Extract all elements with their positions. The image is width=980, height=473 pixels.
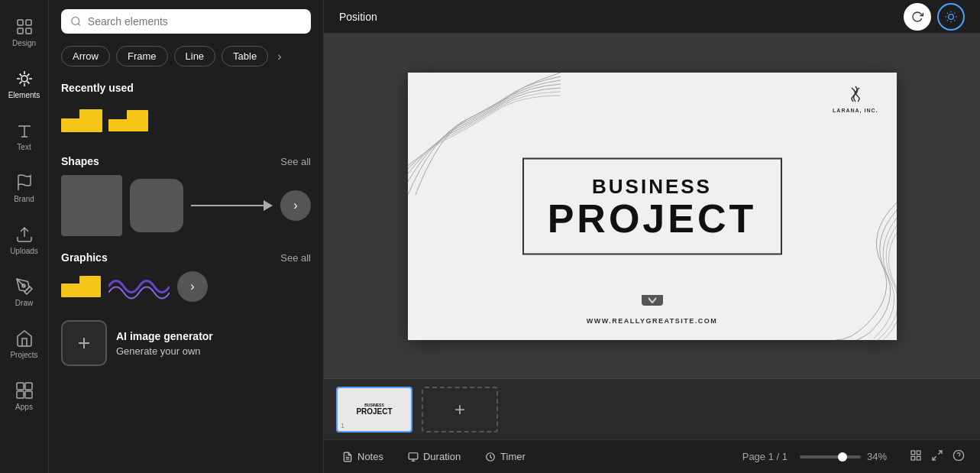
graphic-stair (61, 276, 101, 297)
brand-icon (15, 173, 34, 192)
timer-button[interactable]: Timer (479, 448, 532, 465)
svg-line-25 (938, 451, 942, 455)
zoom-percentage: 34% (867, 451, 894, 462)
recent-item-2[interactable] (108, 102, 148, 140)
canvas-area: LARANA, INC. BUSINESS PROJECT WWW.REALLY… (324, 34, 980, 378)
graphics-section: Graphics See all › (49, 245, 323, 311)
graphic-item-2[interactable] (108, 271, 170, 302)
help-button[interactable] (949, 446, 968, 468)
tag-frame[interactable]: Frame (116, 46, 168, 66)
svg-rect-11 (25, 391, 32, 398)
text-box: BUSINESS PROJECT (522, 157, 782, 254)
collapse-handle[interactable] (642, 295, 663, 306)
sidebar-item-elements[interactable]: Elements (0, 58, 49, 110)
sidebar-item-brand[interactable]: Brand (0, 162, 49, 214)
zoom-slider-thumb (838, 452, 847, 462)
text-business: BUSINESS (547, 174, 758, 198)
shape-line-arrow[interactable] (191, 200, 273, 211)
sidebar-item-design[interactable]: Design (0, 6, 49, 58)
sidebar-item-text[interactable]: Text (0, 110, 49, 162)
magic-button[interactable] (937, 3, 965, 31)
notes-icon (342, 452, 353, 462)
recently-used-title: Recently used (61, 82, 134, 94)
thumbnail-1[interactable]: BUSINESS PROJECT 1 (336, 387, 412, 433)
svg-point-16 (949, 14, 954, 19)
svg-rect-19 (409, 452, 418, 458)
duration-button[interactable]: Duration (402, 448, 467, 465)
tags-more-button[interactable]: › (274, 47, 284, 66)
svg-rect-9 (25, 383, 32, 390)
ai-gen-cta: Generate your own (116, 345, 213, 357)
tag-table[interactable]: Table (222, 46, 268, 66)
tag-arrow[interactable]: Arrow (61, 46, 110, 66)
svg-line-26 (933, 456, 936, 460)
svg-rect-23 (911, 456, 915, 460)
fullscreen-icon (931, 449, 943, 462)
upload-icon (15, 225, 34, 244)
svg-rect-3 (26, 28, 31, 34)
sidebar-label-apps: Apps (15, 403, 33, 411)
stair-bar-2 (79, 109, 102, 132)
sidebar-label-text: Text (17, 143, 31, 151)
fullscreen-button[interactable] (928, 446, 946, 468)
duration-icon (408, 452, 419, 462)
sidebar-item-draw[interactable]: Draw (0, 266, 49, 318)
sidebar-item-apps[interactable]: Apps (0, 370, 49, 422)
shape-arrow-head (264, 200, 273, 211)
svg-line-13 (78, 24, 80, 26)
graphics-see-all[interactable]: See all (280, 252, 311, 264)
zoom-slider[interactable] (800, 455, 861, 458)
elements-panel: Arrow Frame Line Table › Recently used (49, 0, 324, 473)
add-slide-button[interactable]: + (422, 387, 498, 433)
shape-line (191, 205, 264, 206)
duration-label: Duration (423, 451, 461, 462)
apps-icon (15, 381, 34, 400)
shape-square[interactable] (61, 175, 122, 236)
brand-logo-icon (844, 85, 867, 103)
wavy-graphic (108, 271, 170, 302)
graphic-item-1[interactable] (61, 276, 101, 297)
graphics-more-button[interactable]: › (177, 271, 208, 302)
plus-icon (75, 334, 93, 352)
svg-rect-2 (18, 28, 23, 34)
sidebar-item-uploads[interactable]: Uploads (0, 214, 49, 266)
ai-gen-info: AI image generator Generate your own (116, 330, 213, 357)
elements-icon (15, 70, 34, 88)
tag-line[interactable]: Line (174, 46, 216, 66)
graphics-row: › (61, 271, 311, 302)
website-text: WWW.REALLYGREATSITE.COM (587, 317, 718, 325)
recent-item-1[interactable] (61, 102, 102, 140)
magic-icon (945, 11, 957, 23)
notes-button[interactable]: Notes (336, 448, 390, 465)
notes-label: Notes (357, 451, 383, 462)
sidebar-label-design: Design (12, 39, 36, 47)
sidebar-item-projects[interactable]: Projects (0, 318, 49, 370)
recently-used-section: Recently used (49, 76, 323, 149)
shape-rounded-square[interactable] (130, 179, 183, 232)
search-input[interactable] (88, 15, 302, 28)
text-project: PROJECT (547, 198, 758, 238)
graphics-title: Graphics (61, 251, 108, 264)
main-area: Position (324, 0, 980, 473)
ai-gen-button[interactable] (61, 320, 107, 366)
zoom-control: 34% (800, 451, 894, 462)
shapes-section: Shapes See all › (49, 149, 323, 245)
top-bar-title: Position (339, 11, 377, 23)
svg-rect-21 (911, 451, 915, 455)
svg-rect-0 (18, 20, 23, 25)
grid-view-button[interactable] (907, 446, 925, 468)
stair-bar-4 (127, 110, 148, 131)
shapes-see-all[interactable]: See all (280, 156, 311, 167)
graphics-header: Graphics See all (61, 251, 311, 264)
brand-name: LARANA, INC. (833, 108, 878, 113)
shapes-header: Shapes See all (61, 155, 311, 167)
search-input-wrapper[interactable] (61, 9, 311, 34)
chevron-down-icon (648, 297, 657, 303)
shapes-more-button[interactable]: › (280, 190, 311, 221)
svg-point-4 (21, 76, 27, 82)
sidebar-label-projects: Projects (10, 351, 37, 359)
refresh-button[interactable] (904, 3, 931, 31)
shapes-title: Shapes (61, 155, 99, 167)
svg-rect-1 (26, 20, 31, 25)
search-icon (70, 15, 82, 28)
